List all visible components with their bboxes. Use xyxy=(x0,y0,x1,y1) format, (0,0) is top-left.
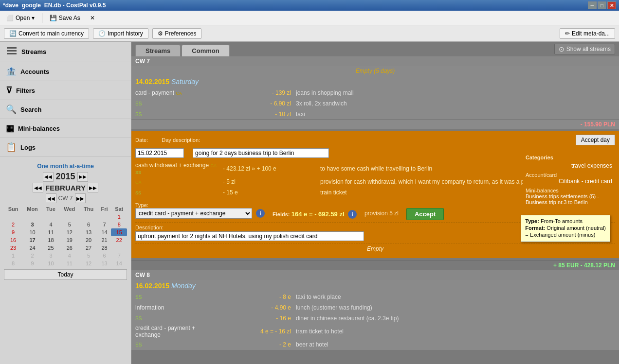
cal-day[interactable]: 14 xyxy=(111,260,127,267)
cal-day[interactable]: 27 xyxy=(80,244,98,252)
edit-trans-type: cash withdrawal + exchange CA SS xyxy=(135,162,223,175)
cal-day[interactable]: 5 xyxy=(80,252,98,260)
cal-day[interactable]: 12 xyxy=(59,228,80,236)
cal-day[interactable]: 28 xyxy=(98,244,111,252)
day-header-16feb: 16.02.2015 Monday xyxy=(131,280,619,292)
cal-day[interactable]: 16 xyxy=(4,236,22,244)
preferences-button[interactable]: ⚙ Preferences xyxy=(152,28,202,39)
cal-day[interactable] xyxy=(42,213,59,221)
cal-day[interactable]: 2 xyxy=(22,252,42,260)
cal-day[interactable] xyxy=(4,213,22,221)
day-description-field[interactable] xyxy=(193,148,329,158)
cal-day[interactable]: 3 xyxy=(42,252,59,260)
cw-prev-button[interactable]: ◀◀ xyxy=(46,193,56,203)
title-bar: *dave_google_EN.db - CostPal v0.9.5 ─ □ … xyxy=(0,0,619,11)
cal-day[interactable]: 1 xyxy=(111,213,127,221)
cal-day[interactable]: 7 xyxy=(111,252,127,260)
filters-icon: ⊽ xyxy=(6,85,12,96)
description-field[interactable] xyxy=(135,231,364,241)
cal-day[interactable]: 3 xyxy=(22,221,42,228)
cal-day[interactable]: 9 xyxy=(22,260,42,267)
convert-currency-button[interactable]: 🔄 Convert to main currency xyxy=(4,28,89,39)
import-icon: 🕐 xyxy=(98,30,106,37)
sidebar-item-streams[interactable]: Streams xyxy=(0,42,131,62)
sidebar-item-logs[interactable]: 📋 Logs xyxy=(0,138,131,157)
open-icon: ⬜ xyxy=(6,15,14,21)
cal-day[interactable]: 18 xyxy=(42,236,59,244)
categories-panel: Categories travel expenses Account/card … xyxy=(523,152,615,208)
cal-day[interactable]: 26 xyxy=(59,244,80,252)
today-button[interactable]: Today xyxy=(4,269,127,280)
cal-day[interactable]: 11 xyxy=(42,228,59,236)
sidebar-item-search[interactable]: 🔍 Search xyxy=(0,100,131,119)
cal-day[interactable]: 14 xyxy=(98,228,111,236)
cal-day[interactable]: 4 xyxy=(59,252,80,260)
edit-meta-button[interactable]: ✏ Edit meta-da... xyxy=(560,28,615,39)
cal-day[interactable]: 4 xyxy=(42,221,59,228)
sidebar-item-accounts[interactable]: 🏦 Accounts xyxy=(0,62,131,81)
cal-day[interactable]: 8 xyxy=(4,260,22,267)
accept-button[interactable]: Accept xyxy=(406,208,444,220)
info-icon[interactable]: i xyxy=(256,209,265,218)
month-next-button[interactable]: ▶▶ xyxy=(88,183,98,192)
file-open-menu[interactable]: ⬜ Open ▾ xyxy=(2,13,39,23)
cal-day-today[interactable]: 15 xyxy=(111,228,127,236)
cal-day[interactable]: 22 xyxy=(111,236,127,244)
cal-day[interactable]: 20 xyxy=(80,236,98,244)
cal-day[interactable]: 11 xyxy=(59,260,80,267)
cal-day[interactable] xyxy=(98,213,111,221)
save-as-menu[interactable]: 💾 Save As xyxy=(45,13,85,23)
cal-day[interactable] xyxy=(80,213,98,221)
year-prev-button[interactable]: ◀◀ xyxy=(43,172,54,182)
close-button[interactable]: ✕ xyxy=(607,1,616,9)
cal-day[interactable]: 13 xyxy=(80,228,98,236)
cal-day[interactable]: 13 xyxy=(98,260,111,267)
cal-day[interactable] xyxy=(59,213,80,221)
fields-info-icon[interactable]: i xyxy=(348,210,357,219)
cal-day[interactable]: 5 xyxy=(59,221,80,228)
cal-day[interactable]: 24 xyxy=(22,244,42,252)
tab-streams[interactable]: Streams xyxy=(135,45,181,56)
year-next-button[interactable]: ▶▶ xyxy=(77,172,88,182)
minimize-button[interactable]: ─ xyxy=(588,1,597,9)
convert-icon: 🔄 xyxy=(9,30,17,37)
tooltip-type-label: Type: xyxy=(525,218,539,224)
cw8-header: CW 8 xyxy=(131,270,619,280)
accept-day-button[interactable]: Accept day xyxy=(576,135,615,145)
close-file-menu[interactable]: ✕ xyxy=(86,13,99,23)
cal-day[interactable]: 25 xyxy=(42,244,59,252)
trans-desc: lunch (customer was funding) xyxy=(291,304,372,311)
account-title: Account/card xyxy=(526,172,612,178)
date-field[interactable] xyxy=(135,148,184,158)
cal-day[interactable]: 21 xyxy=(98,236,111,244)
cal-day[interactable]: 2 xyxy=(4,221,22,228)
month-prev-button[interactable]: ◀◀ xyxy=(33,183,43,192)
cal-day[interactable]: 8 xyxy=(111,221,127,228)
cal-day[interactable]: 17 xyxy=(22,236,42,244)
type-select[interactable]: credit card - payment + exchange cash wi… xyxy=(135,208,252,219)
edit-trans-amount: - 5 zl xyxy=(223,178,320,185)
cal-day[interactable]: 7 xyxy=(98,221,111,228)
cal-day[interactable]: 9 xyxy=(4,228,22,236)
show-all-streams-toggle[interactable]: ⊙ Show all streams xyxy=(554,44,615,54)
sidebar-item-filters[interactable]: ⊽ Filters xyxy=(0,81,131,100)
cal-day[interactable] xyxy=(111,244,127,252)
type-label: Type: xyxy=(135,202,265,208)
maximize-button[interactable]: □ xyxy=(598,1,606,9)
cal-day[interactable]: 10 xyxy=(22,228,42,236)
tab-common[interactable]: Common xyxy=(182,45,229,56)
cal-day[interactable]: 6 xyxy=(98,252,111,260)
cal-day[interactable]: 6 xyxy=(80,221,98,228)
cal-day[interactable]: 23 xyxy=(4,244,22,252)
week-total-value: + 85 EUR - 428.12 PLN xyxy=(553,262,615,269)
cal-day[interactable]: 12 xyxy=(80,260,98,267)
cal-day[interactable]: 19 xyxy=(59,236,80,244)
sidebar-item-mini-balances[interactable]: ▦ Mini-balances xyxy=(0,119,131,138)
cal-day[interactable] xyxy=(22,213,42,221)
cal-header-mon: Mon xyxy=(22,205,42,213)
import-history-button[interactable]: 🕐 Import history xyxy=(93,28,148,39)
cw-next-button[interactable]: ▶▶ xyxy=(75,193,86,203)
cal-day[interactable]: 10 xyxy=(42,260,59,267)
calendar-grid: Sun Mon Tue Wed Thu Fri Sat 1 xyxy=(4,205,127,267)
cal-day[interactable]: 1 xyxy=(4,252,22,260)
